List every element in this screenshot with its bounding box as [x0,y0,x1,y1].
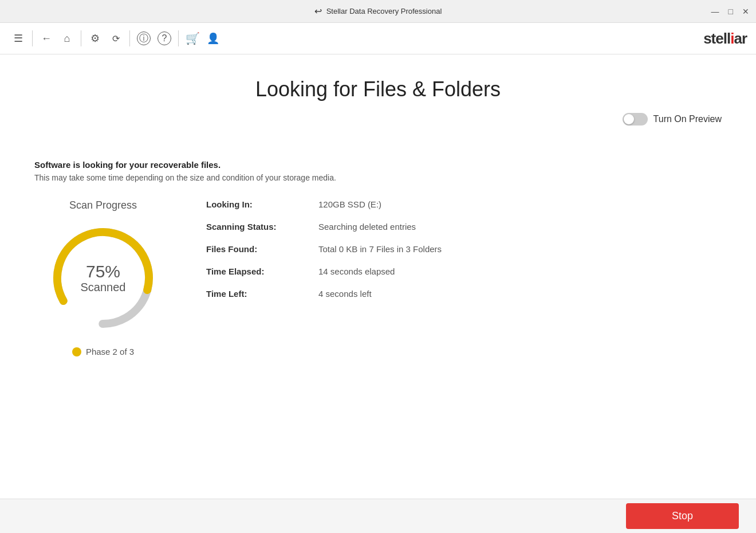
progress-circle: 75% Scanned [46,221,160,335]
divider-1 [32,30,33,46]
logo-highlight: i [730,30,734,47]
app-icon: ↩ [314,6,322,17]
app-logo: stelliar [703,30,747,48]
divider-4 [178,30,179,46]
preview-toggle-label: Turn On Preview [653,114,722,124]
title-bar: ↩ Stellar Data Recovery Professional — □… [0,0,756,23]
info-sub-text: This may take some time depending on the… [34,173,722,182]
app-title: Stellar Data Recovery Professional [326,7,442,15]
title-bar-title: ↩ Stellar Data Recovery Professional [314,6,442,17]
stat-val-looking-in: 120GB SSD (E:) [318,199,381,209]
stat-row-time-left: Time Left: 4 seconds left [206,289,722,299]
stats-table: Looking In: 120GB SSD (E:) Scanning Stat… [206,199,722,311]
maximize-button[interactable]: □ [729,7,733,15]
toolbar: ☰ ← ⌂ ⚙ ⟳ ⓘ ? 🛒 👤 stelliar [0,23,756,54]
divider-2 [81,30,81,46]
title-bar-controls: — □ ✕ [711,7,749,15]
info-section: Software is looking for your recoverable… [34,160,722,182]
stat-val-time-left: 4 seconds left [318,289,372,299]
scan-area: Scan Progress 75% Scanned Phase 2 of 3 [34,199,722,356]
user-icon[interactable]: 👤 [204,29,222,48]
preview-toggle[interactable] [623,113,648,126]
progress-percent: 75% [81,262,126,281]
progress-container: Scan Progress 75% Scanned Phase 2 of 3 [34,199,172,356]
stat-key-time-elapsed: Time Elapsed: [206,266,309,276]
stat-key-files-found: Files Found: [206,244,309,254]
history-icon[interactable]: ⟳ [107,29,125,48]
info-bold-text: Software is looking for your recoverable… [34,160,722,170]
bottom-bar: Stop [0,499,756,533]
menu-icon[interactable]: ☰ [9,29,27,48]
preview-toggle-row: Turn On Preview [34,113,722,126]
stat-val-files-found: Total 0 KB in 7 Files in 3 Folders [318,244,442,254]
settings-icon[interactable]: ⚙ [86,29,104,48]
stat-row-scanning-status: Scanning Status: Searching deleted entri… [206,222,722,232]
main-content: Looking for Files & Folders Turn On Prev… [0,54,756,499]
stat-row-files-found: Files Found: Total 0 KB in 7 Files in 3 … [206,244,722,254]
close-button[interactable]: ✕ [742,7,749,15]
info-icon[interactable]: ⓘ [137,32,151,45]
minimize-button[interactable]: — [711,7,719,15]
home-icon[interactable]: ⌂ [58,29,76,48]
stat-row-time-elapsed: Time Elapsed: 14 seconds elapsed [206,266,722,276]
divider-3 [129,30,130,46]
stat-row-looking-in: Looking In: 120GB SSD (E:) [206,199,722,209]
stat-val-time-elapsed: 14 seconds elapsed [318,266,395,276]
page-title: Looking for Files & Folders [34,77,722,101]
stat-key-looking-in: Looking In: [206,199,309,209]
help-icon[interactable]: ? [158,32,171,45]
stat-key-time-left: Time Left: [206,289,309,299]
stop-button[interactable]: Stop [626,503,739,529]
cart-icon[interactable]: 🛒 [183,29,202,48]
progress-text: 75% Scanned [81,262,126,294]
stat-val-scanning-status: Searching deleted entries [318,222,416,232]
stat-key-scanning-status: Scanning Status: [206,222,309,232]
progress-scanned-label: Scanned [81,281,126,294]
back-icon[interactable]: ← [37,29,56,48]
